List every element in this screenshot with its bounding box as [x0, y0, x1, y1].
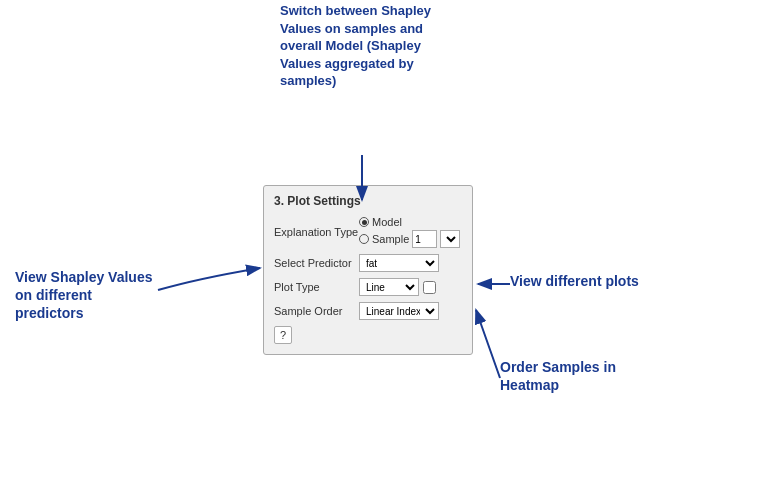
- plot-type-checkbox[interactable]: [423, 281, 436, 294]
- plot-type-controls: Line: [359, 278, 462, 296]
- callout-top-label: Switch between Shapley Values on samples…: [280, 2, 445, 90]
- model-radio-label: Model: [372, 216, 402, 228]
- sample-radio-label: Sample: [372, 233, 409, 245]
- sample-order-label: Sample Order: [274, 305, 359, 317]
- sample-number-input[interactable]: [412, 230, 437, 248]
- predictor-select[interactable]: fat: [359, 254, 439, 272]
- select-predictor-controls: fat: [359, 254, 462, 272]
- sample-order-controls: Linear Index: [359, 302, 462, 320]
- callout-bottom-right-label: Order Samples in Heatmap: [500, 358, 660, 394]
- help-button[interactable]: ?: [274, 326, 292, 344]
- sample-select[interactable]: ▼: [440, 230, 460, 248]
- plot-type-select[interactable]: Line: [359, 278, 419, 296]
- explanation-type-controls: Model Sample ▼: [359, 216, 462, 248]
- plot-settings-panel: 3. Plot Settings Explanation Type Model …: [263, 185, 473, 355]
- plot-type-row: Plot Type Line: [274, 278, 462, 296]
- callout-left-label: View Shapley Values on different predict…: [15, 268, 155, 323]
- select-predictor-row: Select Predictor fat: [274, 254, 462, 272]
- callout-right-label: View different plots: [510, 272, 670, 290]
- sample-radio-row: Sample ▼: [359, 230, 460, 248]
- explanation-type-label: Explanation Type: [274, 226, 359, 238]
- sample-order-select[interactable]: Linear Index: [359, 302, 439, 320]
- panel-title: 3. Plot Settings: [274, 194, 462, 208]
- select-predictor-label: Select Predictor: [274, 257, 359, 269]
- sample-order-row: Sample Order Linear Index: [274, 302, 462, 320]
- plot-type-label: Plot Type: [274, 281, 359, 293]
- model-radio-row: Model: [359, 216, 460, 228]
- explanation-type-row: Explanation Type Model Sample ▼: [274, 216, 462, 248]
- model-radio[interactable]: [359, 217, 369, 227]
- explanation-type-radio-group: Model Sample ▼: [359, 216, 460, 248]
- sample-radio[interactable]: [359, 234, 369, 244]
